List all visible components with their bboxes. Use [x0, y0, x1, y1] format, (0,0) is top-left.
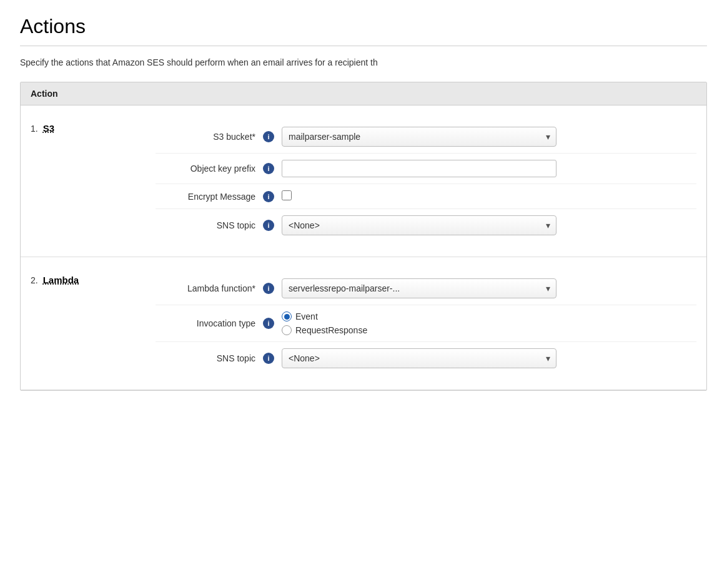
object-key-prefix-field: Object key prefix i — [156, 154, 696, 184]
encrypt-message-input-wrapper — [282, 190, 696, 202]
radio-requestresponse-label: RequestResponse — [295, 325, 367, 335]
sns-topic-1-label: SNS topic — [156, 220, 255, 230]
invocation-type-radio-group: Event RequestResponse — [282, 311, 696, 335]
s3-bucket-select-wrapper: mailparser-sample — [282, 127, 556, 147]
sns-topic-1-input-wrapper: <None> — [282, 215, 696, 235]
sns-topic-2-select[interactable]: <None> — [282, 348, 556, 368]
title-divider — [20, 46, 707, 46]
lambda-function-info-icon[interactable]: i — [263, 283, 274, 294]
encrypt-message-label: Encrypt Message — [156, 192, 255, 202]
action-label-s3: 1. S3 — [31, 120, 106, 134]
object-key-prefix-input[interactable] — [282, 160, 556, 177]
actions-table: Action 1. S3 S3 bucket* i mailparser-sam… — [20, 82, 707, 391]
sns-topic-1-field: SNS topic i <None> — [156, 209, 696, 242]
radio-requestresponse-button[interactable] — [282, 325, 292, 335]
s3-fields: S3 bucket* i mailparser-sample Object ke… — [156, 120, 696, 242]
sns-topic-2-select-wrapper: <None> — [282, 348, 556, 368]
s3-bucket-label: S3 bucket* — [156, 132, 255, 142]
action-name-lambda: Lambda — [43, 275, 79, 285]
lambda-function-input-wrapper: serverlessrepo-mailparser-... — [282, 278, 696, 298]
s3-bucket-input-wrapper: mailparser-sample — [282, 127, 696, 147]
action-number-2: 2. — [31, 275, 38, 285]
encrypt-message-info-icon[interactable]: i — [263, 191, 274, 202]
object-key-prefix-info-icon[interactable]: i — [263, 163, 274, 174]
action-label-lambda: 2. Lambda — [31, 272, 106, 285]
s3-bucket-info-icon[interactable]: i — [263, 131, 274, 142]
action-row-s3: 1. S3 S3 bucket* i mailparser-sample Obj… — [21, 105, 706, 257]
sns-topic-1-select[interactable]: <None> — [282, 215, 556, 235]
invocation-type-info-icon[interactable]: i — [263, 318, 274, 329]
table-header: Action — [21, 82, 706, 105]
page-title: Actions — [20, 15, 707, 38]
sns-topic-1-info-icon[interactable]: i — [263, 220, 274, 231]
lambda-function-select-wrapper: serverlessrepo-mailparser-... — [282, 278, 556, 298]
action-number-1: 1. — [31, 124, 38, 134]
encrypt-message-field: Encrypt Message i — [156, 184, 696, 209]
invocation-type-input-wrapper: Event RequestResponse — [282, 311, 696, 335]
object-key-prefix-input-wrapper — [282, 160, 696, 177]
radio-option-requestresponse[interactable]: RequestResponse — [282, 325, 696, 335]
lambda-function-field: Lambda function* i serverlessrepo-mailpa… — [156, 272, 696, 305]
s3-bucket-select[interactable]: mailparser-sample — [282, 127, 556, 147]
radio-event-label: Event — [295, 311, 318, 321]
sns-topic-2-info-icon[interactable]: i — [263, 353, 274, 364]
action-row-lambda: 2. Lambda Lambda function* i serverlessr… — [21, 257, 706, 390]
invocation-type-field: Invocation type i Event RequestResponse — [156, 305, 696, 342]
action-name-s3: S3 — [43, 123, 54, 134]
sns-topic-2-input-wrapper: <None> — [282, 348, 696, 368]
s3-bucket-field: S3 bucket* i mailparser-sample — [156, 120, 696, 154]
encrypt-message-checkbox[interactable] — [282, 190, 292, 200]
sns-topic-2-label: SNS topic — [156, 353, 255, 363]
sns-topic-2-field: SNS topic i <None> — [156, 342, 696, 375]
invocation-type-label: Invocation type — [156, 318, 255, 328]
radio-event-button[interactable] — [282, 311, 292, 321]
page-description: Specify the actions that Amazon SES shou… — [20, 56, 707, 69]
sns-topic-1-select-wrapper: <None> — [282, 215, 556, 235]
lambda-fields: Lambda function* i serverlessrepo-mailpa… — [156, 272, 696, 375]
lambda-function-label: Lambda function* — [156, 283, 255, 293]
lambda-function-select[interactable]: serverlessrepo-mailparser-... — [282, 278, 556, 298]
radio-option-event[interactable]: Event — [282, 311, 696, 321]
object-key-prefix-label: Object key prefix — [156, 164, 255, 174]
